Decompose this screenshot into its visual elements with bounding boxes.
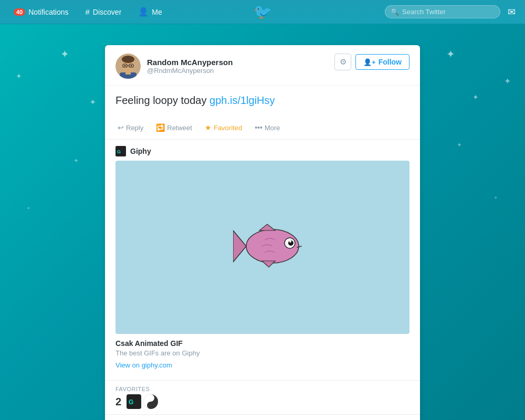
- favorited-label: Favorited: [214, 124, 242, 132]
- fish-svg: [233, 220, 307, 272]
- nav-notifications[interactable]: 40 Notifications: [6, 0, 76, 24]
- embed-section: G Giphy: [105, 140, 420, 381]
- favorite-button[interactable]: ★ Favorited: [203, 122, 244, 133]
- nav-left: 40 Notifications # Discover 👤 Me: [6, 0, 254, 24]
- avatar-svg: [116, 54, 141, 79]
- search-box: 🔍: [385, 5, 500, 18]
- svg-marker-25: [262, 261, 275, 267]
- tweet-card: Random McAnyperson @RndmMcAnyperson ⚙ 👤+…: [105, 45, 420, 420]
- main-content: Random McAnyperson @RndmMcAnyperson ⚙ 👤+…: [0, 24, 525, 420]
- more-label: More: [265, 124, 280, 132]
- svg-point-19: [131, 65, 132, 67]
- user-handle: @RndmMcAnyperson: [147, 67, 233, 75]
- more-button[interactable]: ••• More: [253, 122, 282, 133]
- twitter-logo: 🐦: [254, 3, 272, 20]
- embed-desc: The best GIFs are on Giphy: [116, 349, 410, 357]
- nav-discover[interactable]: # Discover: [78, 0, 129, 24]
- search-input[interactable]: [402, 8, 486, 16]
- retweet-button[interactable]: 🔁 Retweet: [154, 122, 194, 133]
- follow-plus-icon: 👤+: [363, 58, 376, 66]
- giphy-logo-svg: G: [116, 146, 126, 156]
- nav-me[interactable]: 👤 Me: [131, 0, 169, 24]
- svg-text:G: G: [129, 398, 133, 406]
- me-label: Me: [152, 8, 162, 16]
- fav-avatar-2: [143, 394, 158, 409]
- giphy-name: Giphy: [130, 147, 151, 155]
- reply-button[interactable]: ↩ Reply: [116, 122, 145, 133]
- tweet-text: Feeling loopy today gph.is/1lgiHsy: [116, 93, 410, 108]
- follow-button[interactable]: 👤+ Reply Follow: [355, 54, 410, 70]
- embed-link[interactable]: View on giphy.com: [116, 361, 172, 369]
- tweet-actions: ↩ Reply 🔁 Retweet ★ Favorited ••• More: [105, 118, 420, 140]
- fav-avatar-1: G: [127, 394, 141, 409]
- navbar: 40 Notifications # Discover 👤 Me 🐦 🔍 ✉: [0, 0, 525, 24]
- nav-right: 🔍 ✉: [272, 4, 519, 20]
- reply-label: Reply: [126, 124, 143, 132]
- star-icon: ★: [205, 123, 212, 132]
- fish-animation: [233, 220, 307, 275]
- favorites-label: FAVORITES: [116, 386, 410, 392]
- notifications-badge: 40: [14, 8, 25, 16]
- mail-icon[interactable]: ✉: [505, 4, 519, 20]
- gear-button[interactable]: ⚙: [334, 54, 351, 70]
- tweet-text-before: Feeling loopy today: [116, 94, 209, 106]
- hash-icon: #: [86, 7, 90, 16]
- embed-info: Csak Animated GIF The best GIFs are on G…: [116, 334, 410, 374]
- retweet-label: Retweet: [167, 124, 192, 132]
- svg-point-14: [122, 56, 134, 63]
- svg-marker-24: [259, 224, 275, 230]
- tweet-footer: 1:54 PM · 5 Aug 2014 Flag media: [105, 415, 420, 420]
- reply-icon: ↩: [118, 123, 124, 132]
- svg-text:G: G: [117, 149, 121, 154]
- tweet-header: Random McAnyperson @RndmMcAnyperson ⚙ 👤+…: [105, 45, 420, 86]
- person-icon: 👤: [138, 7, 149, 17]
- user-text: Random McAnyperson @RndmMcAnyperson: [147, 58, 233, 75]
- user-name: Random McAnyperson: [147, 58, 233, 67]
- svg-point-28: [289, 240, 291, 243]
- search-icon: 🔍: [391, 8, 399, 16]
- header-right: ⚙ 👤+ Reply Follow: [334, 54, 410, 70]
- favorites-section: FAVORITES 2 G: [105, 381, 420, 415]
- user-info: Random McAnyperson @RndmMcAnyperson: [116, 54, 233, 79]
- more-icon: •••: [255, 123, 262, 132]
- giphy-logo-icon: G: [116, 146, 126, 156]
- notifications-label: Notifications: [28, 8, 68, 16]
- svg-point-33: [149, 396, 153, 400]
- tweet-body: Feeling loopy today gph.is/1lgiHsy: [105, 86, 420, 118]
- tweet-link[interactable]: gph.is/1lgiHsy: [209, 94, 275, 106]
- avatar: [116, 54, 141, 79]
- svg-marker-22: [233, 230, 246, 262]
- embed-title: Csak Animated GIF: [116, 339, 410, 348]
- svg-point-18: [124, 65, 126, 67]
- giphy-header: G Giphy: [116, 146, 410, 156]
- retweet-icon: 🔁: [156, 123, 165, 132]
- fav-avatars: G: [127, 394, 158, 409]
- favorites-count: 2: [116, 396, 121, 408]
- discover-label: Discover: [93, 8, 121, 16]
- svg-point-34: [149, 404, 153, 407]
- giphy-image[interactable]: [116, 161, 410, 334]
- nav-center: 🐦: [254, 3, 272, 20]
- favorites-row: 2 G: [116, 394, 410, 409]
